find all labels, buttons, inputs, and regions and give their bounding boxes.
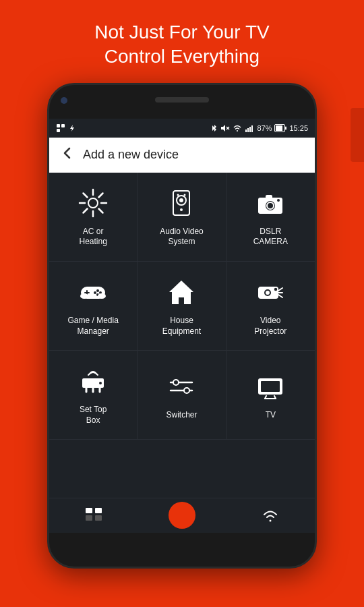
flash-icon: [68, 124, 76, 132]
svg-line-50: [278, 295, 282, 297]
menu-icon: [84, 506, 103, 525]
svg-point-33: [277, 199, 280, 202]
game-media-label: Game / MediaManager: [67, 316, 118, 337]
svg-point-59: [174, 380, 178, 384]
bottom-nav-wifi[interactable]: [226, 506, 314, 525]
svg-point-42: [98, 293, 106, 299]
bottom-navigation: [49, 498, 315, 533]
svg-point-55: [99, 382, 102, 384]
svg-point-61: [185, 388, 189, 393]
svg-rect-23: [173, 191, 189, 215]
tv-icon: [253, 370, 287, 403]
svg-point-14: [88, 198, 98, 208]
time-display: 15:25: [289, 124, 308, 132]
bluetooth-icon: [211, 123, 218, 133]
svg-marker-43: [169, 281, 193, 304]
svg-marker-4: [221, 125, 225, 132]
switcher-icon: [164, 370, 198, 403]
bottom-nav-home[interactable]: [138, 502, 226, 529]
audio-video-label: Audio VideoSystem: [160, 227, 204, 248]
tv-label: TV: [266, 410, 276, 421]
settopbox-label: Set TopBox: [80, 405, 107, 426]
header-text: Not Just For Your TV Control Everything: [67, 0, 296, 83]
svg-line-19: [84, 193, 88, 197]
status-icons-left: [56, 123, 76, 133]
svg-rect-1: [61, 124, 65, 127]
svg-marker-3: [70, 125, 74, 132]
status-bar: 87% 15:25: [49, 119, 315, 138]
house-label: HouseEquipment: [162, 316, 201, 337]
volume-icon: [220, 123, 230, 133]
app-notification-icon: [56, 123, 65, 133]
svg-point-39: [94, 291, 96, 294]
house-icon: [164, 275, 198, 309]
svg-point-25: [179, 198, 183, 202]
device-item-house[interactable]: HouseEquipment: [138, 262, 226, 351]
svg-rect-63: [261, 381, 280, 392]
page-title: Add a new device: [83, 148, 179, 162]
svg-rect-8: [247, 128, 249, 132]
corner-decoration-top: [351, 108, 364, 162]
svg-point-37: [96, 289, 99, 292]
svg-point-28: [184, 194, 186, 196]
svg-rect-70: [95, 515, 102, 521]
phone-speaker: [155, 97, 209, 103]
home-dot-button[interactable]: [169, 502, 195, 529]
bottom-nav-menu[interactable]: [50, 506, 138, 525]
svg-rect-10: [251, 125, 253, 132]
svg-point-27: [177, 194, 179, 196]
phone-mockup: 87% 15:25 Add a new device: [47, 83, 317, 569]
back-button[interactable]: [60, 146, 75, 165]
svg-rect-67: [86, 508, 92, 513]
device-item-tv[interactable]: TV: [226, 351, 315, 440]
battery-percent: 87%: [257, 124, 272, 132]
phone-screen: 87% 15:25 Add a new device: [49, 119, 315, 533]
device-item-projector[interactable]: VideoProjector: [226, 262, 315, 351]
device-grid: AC orHeating Audio VideoSystem: [49, 173, 315, 440]
projector-icon: [253, 275, 287, 309]
signal-icon: [245, 123, 254, 133]
svg-line-21: [84, 208, 88, 212]
svg-line-20: [99, 208, 103, 212]
svg-rect-69: [86, 515, 92, 521]
svg-line-48: [278, 288, 282, 291]
device-item-dslr-camera[interactable]: DSLRCAMERA: [226, 173, 315, 262]
battery-icon: [274, 124, 286, 132]
projector-label: VideoProjector: [254, 316, 286, 337]
device-item-settopbox[interactable]: Set TopBox: [49, 351, 138, 440]
svg-point-47: [274, 287, 278, 291]
dslr-camera-icon: [253, 186, 287, 220]
device-item-audio-video[interactable]: Audio VideoSystem: [138, 173, 226, 262]
header-line2: Control Everything: [94, 45, 269, 69]
device-item-game-media[interactable]: Game / MediaManager: [49, 262, 138, 351]
game-media-icon: [76, 275, 110, 309]
wifi-nav-icon: [261, 506, 280, 525]
dslr-camera-label: DSLRCAMERA: [253, 227, 288, 248]
svg-rect-2: [57, 129, 60, 132]
svg-rect-12: [276, 125, 282, 131]
device-item-switcher[interactable]: Switcher: [138, 351, 226, 440]
top-app-bar: Add a new device: [49, 138, 315, 173]
svg-rect-68: [95, 508, 102, 513]
svg-point-46: [266, 291, 270, 295]
device-item-ac-heating[interactable]: AC orHeating: [49, 173, 138, 262]
header-line1: Not Just For Your TV: [94, 20, 269, 45]
ac-heating-icon: [76, 186, 110, 220]
svg-rect-7: [245, 129, 247, 132]
svg-rect-30: [266, 195, 272, 199]
svg-rect-9: [249, 127, 251, 132]
phone-camera: [61, 97, 67, 104]
settopbox-icon: [76, 364, 110, 398]
svg-point-41: [80, 293, 88, 299]
switcher-label: Switcher: [166, 410, 197, 421]
svg-point-26: [180, 208, 183, 211]
wifi-status-icon: [233, 123, 242, 133]
status-icons-right: 87% 15:25: [211, 123, 308, 133]
svg-rect-0: [57, 124, 60, 127]
ac-heating-label: AC orHeating: [79, 227, 107, 248]
svg-rect-13: [285, 126, 286, 129]
svg-line-22: [99, 193, 103, 197]
audio-video-icon: [164, 186, 198, 220]
